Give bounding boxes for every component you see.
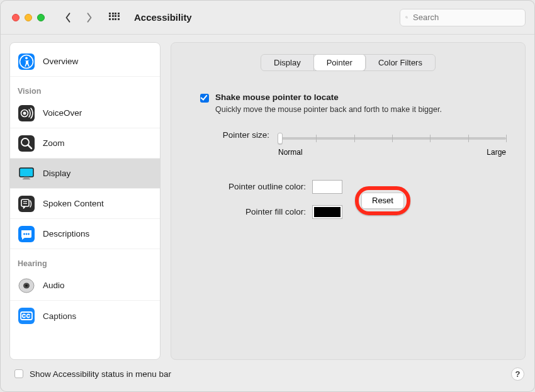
svg-point-21 [28,233,30,235]
pointer-size-max-label: Large [487,148,506,157]
sidebar-section-hearing: Hearing [10,249,160,271]
sidebar-item-audio[interactable]: Audio [10,271,160,301]
reset-button[interactable]: Reset [361,193,404,209]
svg-rect-11 [20,168,33,177]
shake-to-locate-description: Quickly move the mouse pointer back and … [215,104,442,115]
pointer-size-knob[interactable] [278,133,283,144]
svg-point-7 [23,111,26,115]
pointer-fill-label: Pointer fill color: [205,207,306,216]
help-button[interactable]: ? [511,367,524,381]
pointer-size-label: Pointer size: [213,130,269,140]
accessibility-window: Accessibility Overview Vision [0,0,535,392]
tab-display[interactable]: Display [261,55,314,70]
sidebar-item-captions[interactable]: Captions [10,301,160,331]
svg-point-4 [25,57,28,59]
svg-point-19 [23,233,25,235]
audio-icon [18,277,35,294]
voiceover-icon [18,104,35,122]
pointer-size-slider[interactable] [278,133,506,144]
titlebar: Accessibility [1,1,534,35]
footer: Show Accessibility status in menu bar ? [1,360,534,391]
descriptions-icon [18,225,35,243]
sidebar-scroll[interactable]: Overview Vision VoiceOver Zoom [10,47,160,359]
sidebar-item-label: Zoom [43,138,65,148]
tab-bar: Display Pointer Color Filters [261,54,436,71]
search-input[interactable] [412,12,520,23]
settings-panel: Display Pointer Color Filters Shake mous… [171,42,526,360]
shake-to-locate-row: Shake mouse pointer to locate Quickly mo… [200,92,506,115]
tab-color-filters[interactable]: Color Filters [366,55,435,70]
sidebar-item-label: Display [43,169,70,178]
sidebar-item-display[interactable]: Display [10,159,160,189]
sidebar-item-overview[interactable]: Overview [10,47,160,77]
search-field[interactable] [400,9,526,26]
pointer-outline-label: Pointer outline color: [205,182,306,191]
sidebar-item-label: VoiceOver [43,108,82,118]
pointer-outline-swatch [314,182,341,192]
sidebar-item-label: Spoken Content [43,199,104,208]
shake-to-locate-label: Shake mouse pointer to locate [215,92,442,102]
tab-pointer[interactable]: Pointer [314,55,366,70]
show-all-button[interactable] [109,13,119,23]
display-icon [18,165,35,182]
menubar-status-label: Show Accessibility status in menu bar [30,369,171,379]
sidebar-section-vision: Vision [10,77,160,98]
back-button[interactable] [62,10,74,25]
pointer-outline-colorwell[interactable] [312,180,342,194]
sidebar-item-descriptions[interactable]: Descriptions [10,219,160,249]
chevron-right-icon [86,12,93,23]
pointer-fill-colorwell[interactable] [312,205,342,219]
sidebar-item-label: Captions [43,311,76,321]
window-title: Accessibility [134,12,192,23]
pointer-size-min-label: Normal [278,148,303,157]
chevron-left-icon [65,12,71,23]
svg-rect-8 [18,135,35,152]
sidebar-item-label: Descriptions [43,229,89,238]
nav-arrows [62,10,95,25]
sidebar-item-zoom[interactable]: Zoom [10,128,160,159]
minimize-window-button[interactable] [25,14,32,21]
svg-rect-13 [23,178,30,179]
close-window-button[interactable] [12,14,20,21]
pointer-size-row: Pointer size: Normal Large [213,130,506,157]
sidebar: Overview Vision VoiceOver Zoom [9,42,160,360]
svg-point-24 [25,284,28,287]
pointer-fill-swatch [314,207,341,217]
spoken-content-icon [18,195,35,213]
sidebar-item-label: Audio [43,281,65,290]
svg-line-1 [407,18,408,18]
sidebar-item-label: Overview [43,57,78,66]
captions-icon [18,307,35,325]
svg-point-20 [26,233,28,235]
accessibility-icon [18,53,35,70]
content-area: Overview Vision VoiceOver Zoom [1,35,534,360]
sidebar-item-spoken-content[interactable]: Spoken Content [10,189,160,219]
zoom-window-button[interactable] [37,14,45,21]
window-controls [12,14,45,21]
svg-rect-12 [24,177,29,179]
menubar-status-checkbox[interactable] [14,369,23,378]
sidebar-item-voiceover[interactable]: VoiceOver [10,98,160,128]
shake-to-locate-checkbox[interactable] [200,94,209,103]
pointer-color-rows: Pointer outline color: Pointer fill colo… [205,174,506,225]
search-icon [405,13,408,21]
zoom-icon [18,135,35,152]
forward-button[interactable] [84,10,95,25]
